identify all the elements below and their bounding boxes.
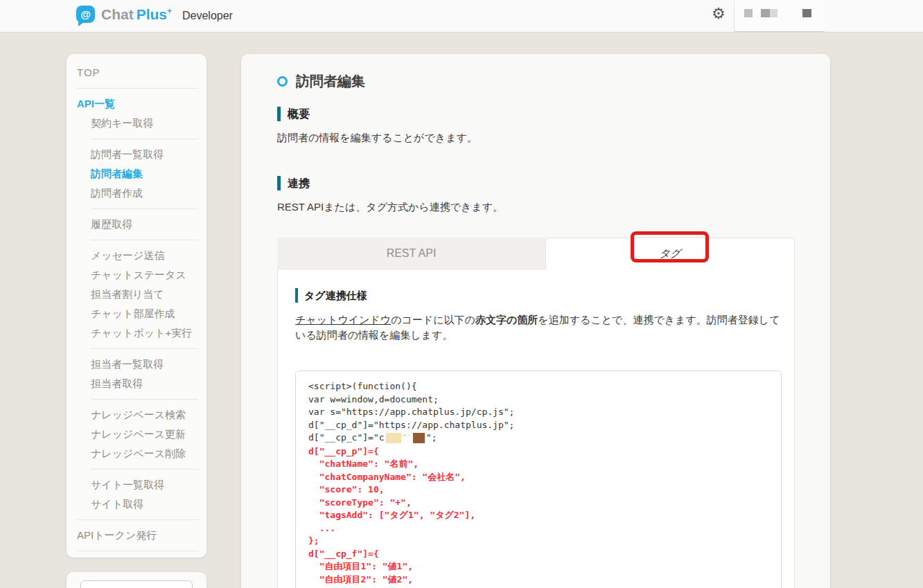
integration-body: REST APIまたは、タグ方式から連携できます。 — [277, 199, 794, 214]
sidebar-item-kb-search[interactable]: ナレッジベース検索 — [77, 405, 198, 425]
redacted-user-info-block — [744, 9, 753, 17]
code-line: "自由項目1": "値1", — [308, 560, 768, 573]
sidebar-item-history-get[interactable]: 履歴取得 — [77, 215, 198, 234]
main-content: 訪問者編集 概要 訪問者の情報を編集することができます。 連携 REST API… — [241, 54, 830, 588]
tag-tab-panel: タグ連携仕様 チャットウインドウのコードに以下の赤文字の箇所を追加することで、連… — [277, 269, 795, 588]
at-glyph: @ — [80, 9, 91, 19]
sidebar-item-chat-status[interactable]: チャットステータス — [77, 265, 198, 285]
redacted-user-info-block — [770, 9, 777, 17]
annotation-highlight-box — [631, 231, 709, 262]
tag-spec-description: チャットウインドウのコードに以下の赤文字の箇所を追加することで、連携できます。訪… — [295, 312, 784, 343]
code-line: var s="https://app.chatplus.jp/cp.js"; — [308, 406, 768, 419]
sidebar-divider — [91, 469, 198, 470]
code-line: "chatCompanyName": "会社名", — [308, 471, 768, 484]
sidebar-divider — [91, 240, 198, 240]
page-title: 訪問者編集 — [296, 72, 365, 91]
circle-icon — [277, 76, 288, 87]
sidebar-item-kb-update[interactable]: ナレッジベース更新 — [77, 425, 198, 444]
redacted-user-avatar-block — [802, 9, 811, 17]
code-line: d["__cp_d"]="https://app.chatplus.jp"; — [308, 419, 768, 432]
code-line: "score": 10, — [308, 483, 768, 497]
sidebar-search-input[interactable] — [80, 580, 193, 588]
redacted-code-marks: ¯˙ — [403, 434, 412, 443]
sidebar-divider — [91, 399, 198, 400]
brand-wordmark: ChatPlus+ — [101, 6, 172, 23]
sidebar-item-site-get[interactable]: サイト取得 — [77, 495, 198, 514]
sidebar-item-chatbot-plus-exec[interactable]: チャットボット+実行 — [77, 323, 198, 343]
code-line: "chatName": "名前", — [308, 458, 768, 471]
code-line: ... — [308, 522, 768, 535]
code-line: d["__cp_f"]={ — [308, 548, 768, 561]
code-line: var w=window,d=document; — [308, 393, 768, 407]
code-block: <script>(function(){var w=window,d=docum… — [295, 371, 782, 588]
redacted-user-info-block — [761, 9, 770, 17]
sidebar-item-agent-assign[interactable]: 担当者割り当て — [77, 285, 198, 304]
sidebar-item-contract-key-get[interactable]: 契約キー取得 — [77, 114, 198, 133]
redacted-code-block — [386, 433, 401, 443]
code-line: "scoreType": "+", — [308, 497, 768, 510]
overview-heading: 概要 — [277, 107, 794, 121]
tag-spec-heading: タグ連携仕様 — [295, 288, 780, 303]
sidebar-item-api-list[interactable]: API一覧 — [77, 94, 198, 114]
code-line: }; — [308, 535, 768, 548]
sidebar-item-kb-delete[interactable]: ナレッジベース削除 — [77, 444, 198, 463]
sidebar-divider — [77, 519, 198, 520]
sidebar-item-top[interactable]: TOP — [77, 63, 198, 82]
sidebar-secondary-card — [67, 572, 206, 588]
tab-rest-api[interactable]: REST API — [277, 238, 545, 269]
sidebar-nav: TOPAPI一覧契約キー取得訪問者一覧取得訪問者編集訪問者作成履歴取得メッセージ… — [67, 54, 206, 558]
sidebar-divider — [77, 551, 198, 551]
redacted-code-block — [413, 433, 425, 443]
user-menu[interactable] — [735, 0, 825, 32]
sidebar-item-visitor-create[interactable]: 訪問者作成 — [77, 184, 198, 203]
tab-bar: REST API タグ — [277, 238, 795, 269]
chat-bubble-icon: @ — [76, 6, 95, 23]
sidebar-item-chat-room-create[interactable]: チャット部屋作成 — [77, 304, 198, 323]
code-line: "自由項目2": "値2", — [308, 573, 768, 587]
sidebar-divider — [91, 208, 198, 209]
sidebar-item-agent-list-get[interactable]: 担当者一覧取得 — [77, 355, 198, 374]
sidebar-item-visitor-list-get[interactable]: 訪問者一覧取得 — [77, 145, 198, 164]
gear-icon[interactable]: ⚙ — [712, 6, 726, 21]
sidebar-item-api-token-issue[interactable]: APIトークン発行 — [77, 526, 198, 545]
overview-body: 訪問者の情報を編集することができます。 — [277, 130, 794, 145]
page-title-row: 訪問者編集 — [277, 72, 794, 90]
chat-window-link[interactable]: チャットウインドウ — [295, 314, 391, 326]
app-header: @ ChatPlus+ Developer ⚙ — [0, 0, 923, 33]
sidebar-item-visitor-edit[interactable]: 訪問者編集 — [77, 164, 198, 184]
sidebar-divider — [77, 88, 198, 89]
product-title: Developer — [182, 10, 233, 22]
sidebar-item-site-list-get[interactable]: サイト一覧取得 — [77, 475, 198, 495]
sidebar-item-message-send[interactable]: メッセージ送信 — [77, 246, 198, 265]
code-line: d["__cp_c"]="c¯˙"; — [308, 431, 768, 445]
chatplus-logo[interactable]: @ ChatPlus+ — [76, 6, 172, 23]
code-line: d["__cp_p"]={ — [308, 445, 768, 458]
sidebar-divider — [91, 348, 198, 349]
sidebar-item-agent-get[interactable]: 担当者取得 — [77, 374, 198, 393]
sidebar-divider — [91, 139, 198, 139]
code-line: "tagsAdd": ["タグ1", "タグ2"], — [308, 509, 768, 522]
code-line: <script>(function(){ — [308, 380, 768, 393]
integration-heading: 連携 — [277, 176, 794, 190]
